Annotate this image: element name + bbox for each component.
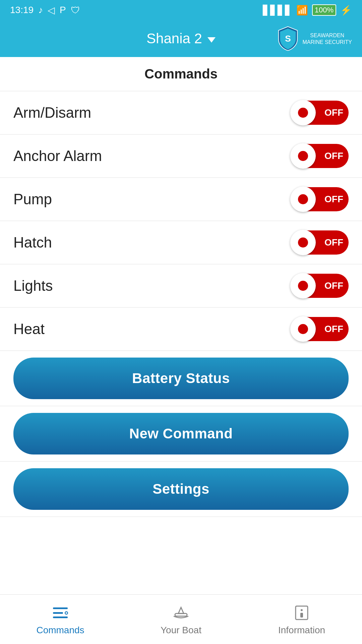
boat-nav-icon: [172, 603, 190, 622]
svg-point-4: [66, 612, 67, 614]
battery-status-row: Battery Status: [0, 351, 362, 406]
nav-item-information[interactable]: Information: [241, 595, 362, 644]
toggle-state-lights: OFF: [324, 280, 343, 291]
battery-indicator: 100%: [312, 4, 336, 16]
toggle-knob-pump: [290, 186, 316, 212]
shield-logo-icon: S: [276, 26, 300, 51]
svg-text:S: S: [285, 34, 291, 44]
chevron-down-icon: [207, 37, 216, 43]
header-title-container[interactable]: Shania 2: [146, 31, 216, 47]
toggle-state-hatch: OFF: [324, 237, 343, 248]
command-label-anchor-alarm: Anchor Alarm: [13, 148, 102, 164]
commands-list: Arm/Disarm OFF Anchor Alarm OFF Pump OFF…: [0, 91, 362, 644]
boat-name: Shania 2: [146, 31, 202, 47]
wifi-icon: 📶: [296, 5, 308, 16]
commands-nav-icon: [51, 603, 70, 622]
information-nav-icon: [292, 603, 311, 622]
toggle-state-pump: OFF: [324, 194, 343, 205]
signal-icon: ▋▋▋▋: [263, 5, 292, 16]
command-label-hatch: Hatch: [13, 234, 52, 251]
nav-item-your-boat[interactable]: Your Boat: [121, 595, 241, 644]
command-row-anchor-alarm: Anchor Alarm OFF: [0, 135, 362, 178]
toggle-state-heat: OFF: [324, 324, 343, 334]
svg-rect-1: [53, 607, 68, 609]
nav-item-commands[interactable]: Commands: [0, 595, 121, 644]
app-header: Shania 2 S SEAWARDEN MARINE SECURITY: [0, 20, 362, 57]
toggle-state-arm-disarm: OFF: [324, 107, 343, 118]
toggle-knob-anchor-alarm: [290, 143, 316, 169]
page-title: Commands: [144, 66, 218, 81]
music-icon: ♪: [38, 5, 43, 15]
toggle-knob-hatch: [290, 230, 316, 255]
svg-rect-2: [53, 612, 63, 614]
command-row-pump: Pump OFF: [0, 178, 362, 221]
toggle-state-anchor-alarm: OFF: [324, 151, 343, 161]
toggle-anchor-alarm[interactable]: OFF: [292, 144, 349, 168]
command-label-arm-disarm: Arm/Disarm: [13, 104, 91, 121]
bottom-navigation: Commands Your Boat Information: [0, 594, 362, 644]
commands-nav-label: Commands: [36, 625, 84, 636]
settings-row: Settings: [0, 462, 362, 517]
svg-point-8: [301, 609, 303, 611]
status-left: 13:19 ♪ ◁ P 🛡: [10, 5, 80, 16]
toggle-lights[interactable]: OFF: [292, 274, 349, 298]
command-row-arm-disarm: Arm/Disarm OFF: [0, 91, 362, 135]
status-bar: 13:19 ♪ ◁ P 🛡 ▋▋▋▋ 📶 100% ⚡: [0, 0, 362, 20]
information-nav-label: Information: [278, 625, 325, 636]
seawarden-logo: S SEAWARDEN MARINE SECURITY: [276, 26, 352, 51]
svg-rect-9: [300, 613, 303, 618]
svg-rect-6: [175, 613, 187, 616]
command-label-lights: Lights: [13, 277, 53, 294]
your-boat-nav-label: Your Boat: [161, 625, 201, 636]
toggle-heat[interactable]: OFF: [292, 317, 349, 341]
settings-button[interactable]: Settings: [13, 468, 349, 510]
parking-icon: P: [60, 5, 66, 15]
svg-rect-5: [53, 616, 68, 618]
command-row-hatch: Hatch OFF: [0, 221, 362, 264]
toggle-knob-lights: [290, 273, 316, 299]
charging-icon: ⚡: [340, 5, 352, 16]
time-display: 13:19: [10, 5, 34, 15]
new-command-button[interactable]: New Command: [13, 413, 349, 454]
page-title-bar: Commands: [0, 57, 362, 91]
command-label-pump: Pump: [13, 191, 52, 208]
shield-status-icon: 🛡: [71, 5, 80, 16]
command-row-heat: Heat OFF: [0, 308, 362, 351]
toggle-pump[interactable]: OFF: [292, 187, 349, 211]
new-command-row: New Command: [0, 406, 362, 462]
location-icon: ◁: [48, 5, 55, 16]
status-right: ▋▋▋▋ 📶 100% ⚡: [263, 4, 352, 16]
toggle-hatch[interactable]: OFF: [292, 230, 349, 255]
toggle-knob-heat: [290, 316, 316, 342]
toggle-arm-disarm[interactable]: OFF: [292, 101, 349, 125]
command-row-lights: Lights OFF: [0, 264, 362, 308]
toggle-knob-arm-disarm: [290, 100, 316, 125]
logo-text: SEAWARDEN MARINE SECURITY: [302, 32, 352, 45]
command-label-heat: Heat: [13, 321, 45, 337]
battery-status-button[interactable]: Battery Status: [13, 358, 349, 399]
